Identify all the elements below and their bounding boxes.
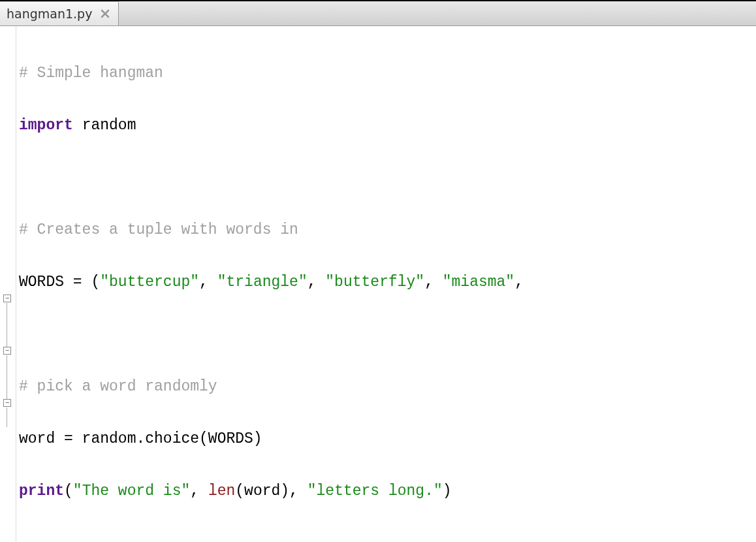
code-line: word = random.choice(WORDS) (19, 426, 756, 452)
code-line (19, 321, 756, 347)
fold-toggle-icon[interactable]: − (3, 399, 11, 407)
close-icon[interactable] (99, 7, 112, 20)
code-line: import random (19, 112, 756, 138)
fold-guide (7, 303, 7, 347)
fold-guide (7, 407, 7, 427)
code-line (19, 165, 756, 191)
code-area[interactable]: # Simple hangman import random # Creates… (16, 26, 756, 542)
code-line: # pick a word randomly (19, 374, 756, 400)
fold-guide (7, 355, 7, 400)
tab-bar: hangman1.py (0, 1, 756, 26)
fold-toggle-icon[interactable]: − (3, 347, 11, 355)
editor: − − − # Simple hangman import random # C… (0, 26, 756, 542)
fold-gutter: − − − (0, 26, 16, 542)
file-tab[interactable]: hangman1.py (0, 1, 119, 25)
tab-filename: hangman1.py (7, 7, 92, 21)
code-line: # Simple hangman (19, 60, 756, 86)
code-line: WORDS = ("buttercup", "triangle", "butte… (19, 269, 756, 295)
code-line: # Creates a tuple with words in (19, 217, 756, 243)
fold-toggle-icon[interactable]: − (3, 295, 11, 302)
code-line: print("The word is", len(word), "letters… (19, 478, 756, 504)
code-line (19, 530, 756, 542)
